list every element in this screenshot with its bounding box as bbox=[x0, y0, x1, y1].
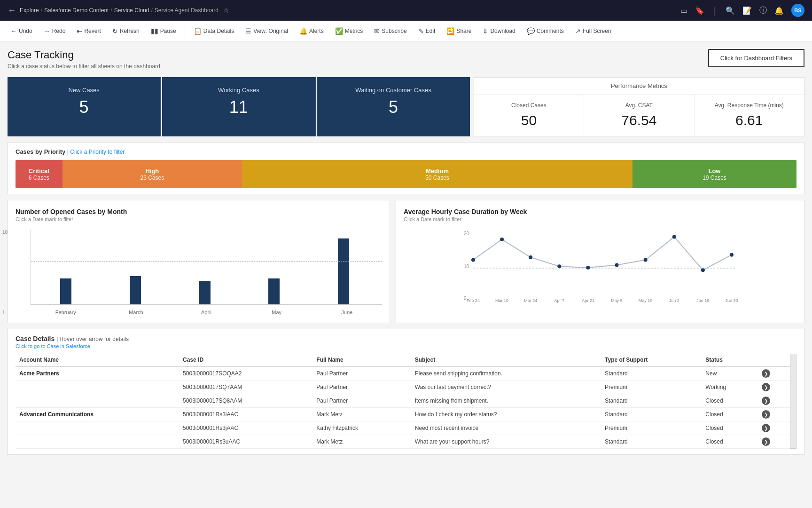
comments-icon: 💬 bbox=[527, 27, 535, 35]
table-row[interactable]: 5003i000001Rs3jAACKathy FitzpatrickNeed … bbox=[16, 421, 790, 435]
share-button[interactable]: 🔁 Share bbox=[442, 25, 476, 37]
comments-button[interactable]: 💬 Comments bbox=[522, 25, 569, 37]
bar-chart-subtitle: Click a Date mark to filter bbox=[16, 216, 382, 222]
bar-group[interactable] bbox=[170, 281, 240, 304]
priority-segment-high[interactable]: High23 Cases bbox=[62, 160, 242, 188]
avatar[interactable]: BS bbox=[791, 4, 804, 17]
priority-label: Critical bbox=[29, 167, 49, 175]
priority-segment-critical[interactable]: Critical6 Cases bbox=[16, 160, 62, 188]
priority-bar[interactable]: Critical6 CasesHigh23 CasesMedium50 Case… bbox=[16, 160, 796, 188]
scrollbar[interactable] bbox=[790, 354, 796, 449]
bar-column[interactable] bbox=[60, 278, 71, 304]
cell-fullname: Paul Partner bbox=[312, 381, 411, 394]
line-chart-dot[interactable] bbox=[615, 263, 619, 267]
toolbar: ← Undo → Redo ⇤ Revert ↻ Refresh ▮▮ Paus… bbox=[0, 21, 812, 41]
dashboard-title-block: Case Tracking Click a case status below … bbox=[8, 49, 160, 70]
view-original-button[interactable]: ☰ View: Original bbox=[241, 25, 293, 37]
bar-group[interactable] bbox=[101, 276, 170, 304]
data-details-button[interactable]: 📋 Data Details bbox=[189, 25, 239, 37]
metrics-button[interactable]: ✅ Metrics bbox=[330, 25, 368, 37]
kpi-working-cases[interactable]: Working Cases 11 bbox=[162, 77, 316, 136]
case-details-hint: | Hover over arrow for details bbox=[56, 336, 129, 342]
cell-action[interactable]: ❯ bbox=[758, 435, 790, 449]
star-icon[interactable]: ☆ bbox=[223, 7, 229, 14]
row-detail-button[interactable]: ❯ bbox=[762, 424, 770, 432]
cell-caseid: 5003i0000017SOQAA2 bbox=[179, 366, 312, 381]
line-chart-dot[interactable] bbox=[644, 258, 648, 262]
redo-button[interactable]: → Redo bbox=[39, 25, 70, 37]
row-detail-button[interactable]: ❯ bbox=[762, 383, 770, 391]
row-detail-button[interactable]: ❯ bbox=[762, 410, 770, 419]
case-details-link[interactable]: Click to go to Case in Salesforce bbox=[16, 343, 796, 349]
bar-chart-y-labels: 101 bbox=[2, 230, 8, 315]
table-row[interactable]: 5003i000001Rs3uAACMark MetzWhat are your… bbox=[16, 435, 790, 449]
filter-button[interactable]: Click for Dashboard Filters bbox=[708, 49, 804, 67]
bar-column[interactable] bbox=[130, 276, 141, 304]
line-chart-dot[interactable] bbox=[529, 255, 532, 259]
breadcrumb-service-cloud[interactable]: Service Cloud bbox=[114, 7, 149, 14]
bar-group[interactable] bbox=[309, 238, 378, 304]
line-chart-dot[interactable] bbox=[672, 235, 676, 238]
cell-action[interactable]: ❯ bbox=[758, 394, 790, 408]
priority-label: High bbox=[145, 167, 159, 175]
row-detail-button[interactable]: ❯ bbox=[762, 437, 770, 446]
bookmark-icon[interactable]: 🔖 bbox=[695, 6, 704, 15]
bar-group[interactable] bbox=[239, 278, 309, 304]
bar-column[interactable] bbox=[268, 278, 280, 304]
revert-button[interactable]: ⇤ Revert bbox=[72, 25, 105, 37]
case-table-scroll[interactable]: Account Name Case ID Full Name Subject T… bbox=[16, 354, 790, 449]
line-chart-dot[interactable] bbox=[471, 258, 475, 262]
subscribe-icon: ✉ bbox=[374, 27, 380, 35]
bell-icon[interactable]: 🔔 bbox=[774, 6, 784, 15]
perf-closed-cases[interactable]: Closed Cases 50 bbox=[474, 95, 584, 136]
row-detail-button[interactable]: ❯ bbox=[762, 397, 770, 405]
perf-response-time[interactable]: Avg. Response Time (mins) 6.61 bbox=[695, 95, 804, 136]
help-icon[interactable]: ⓘ bbox=[759, 6, 767, 16]
perf-metrics-title: Performance Metrics bbox=[474, 78, 804, 95]
create-icon[interactable]: 📝 bbox=[742, 6, 752, 15]
cell-account bbox=[16, 421, 179, 435]
search-icon[interactable]: 🔍 bbox=[726, 6, 735, 15]
line-chart-dot[interactable] bbox=[586, 266, 590, 270]
edit-button[interactable]: ✎ Edit bbox=[414, 25, 440, 37]
download-button[interactable]: ⇓ Download bbox=[478, 25, 520, 37]
bar-group[interactable] bbox=[31, 278, 101, 304]
table-row[interactable]: Acme Partners5003i0000017SOQAA2Paul Part… bbox=[16, 366, 790, 381]
cell-action[interactable]: ❯ bbox=[758, 381, 790, 394]
cell-action[interactable]: ❯ bbox=[758, 366, 790, 381]
priority-segment-medium[interactable]: Medium50 Cases bbox=[242, 160, 632, 188]
tablet-icon[interactable]: ▭ bbox=[680, 6, 687, 15]
cell-action[interactable]: ❯ bbox=[758, 421, 790, 435]
bar-month-label: June bbox=[341, 310, 352, 315]
bar-column[interactable] bbox=[199, 281, 211, 304]
breadcrumb-salesforce[interactable]: Salesforce Demo Content bbox=[44, 7, 109, 14]
line-chart-dot[interactable] bbox=[557, 264, 561, 268]
subscribe-button[interactable]: ✉ Subscribe bbox=[369, 25, 411, 37]
line-chart-dot[interactable] bbox=[730, 253, 734, 257]
table-row[interactable]: Advanced Communications5003i000001Rs3iAA… bbox=[16, 408, 790, 421]
undo-icon: ← bbox=[10, 27, 17, 35]
fullscreen-button[interactable]: ↗ Full Screen bbox=[570, 25, 616, 37]
priority-segment-low[interactable]: Low19 Cases bbox=[632, 160, 796, 188]
perf-csat[interactable]: Avg. CSAT 76.54 bbox=[584, 95, 694, 136]
line-chart-dot[interactable] bbox=[500, 238, 504, 241]
kpi-waiting-cases[interactable]: Waiting on Customer Cases 5 bbox=[317, 77, 469, 136]
table-row[interactable]: 5003i0000017SQ8AAMPaul PartnerItems miss… bbox=[16, 394, 790, 408]
cell-action[interactable]: ❯ bbox=[758, 408, 790, 421]
undo-button[interactable]: ← Undo bbox=[6, 25, 37, 37]
back-button[interactable]: ← bbox=[8, 6, 16, 16]
case-table-container: Account Name Case ID Full Name Subject T… bbox=[16, 354, 796, 449]
pause-button[interactable]: ▮▮ Pause bbox=[146, 25, 181, 37]
refresh-button[interactable]: ↻ Refresh bbox=[108, 25, 144, 37]
priority-count: 19 Cases bbox=[703, 175, 726, 181]
line-chart-dot[interactable] bbox=[701, 268, 705, 272]
alerts-button[interactable]: 🔔 Alerts bbox=[295, 25, 328, 37]
breadcrumb-explore[interactable]: Explore bbox=[20, 7, 39, 14]
col-fullname: Full Name bbox=[312, 354, 411, 366]
table-row[interactable]: 5003i0000017SQ7AAMPaul PartnerWas our la… bbox=[16, 381, 790, 394]
refresh-icon: ↻ bbox=[112, 27, 118, 35]
cell-subject: Please send shipping confirmation. bbox=[411, 366, 601, 381]
row-detail-button[interactable]: ❯ bbox=[762, 369, 770, 378]
bar-column[interactable] bbox=[338, 238, 349, 304]
kpi-new-cases[interactable]: New Cases 5 bbox=[8, 77, 161, 136]
